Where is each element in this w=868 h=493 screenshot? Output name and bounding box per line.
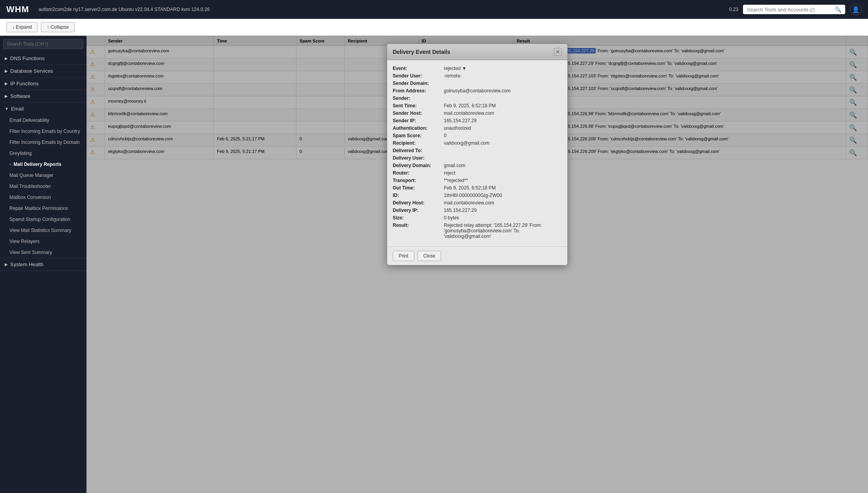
sidebar-section-email: ▼ Email Email Deliverability Filter Inco… [0, 103, 86, 258]
modal-field-value: Feb 9, 2025, 6:52:18 PM [444, 185, 562, 191]
global-search-icon[interactable]: 🔍 [835, 6, 841, 13]
modal-field-value: unauthorized [444, 125, 562, 131]
header-right: 0.23 🔍 👤 [729, 4, 862, 15]
sidebar-section-software-label: Software [10, 93, 30, 99]
modal-field-row: Authentication: unauthorized [393, 125, 562, 131]
sidebar-item-mailbox-conversion[interactable]: Mailbox Conversion [0, 192, 86, 203]
sidebar-item-view-relayers[interactable]: View Relayers [0, 236, 86, 247]
modal-field-label: From Address: [393, 88, 444, 94]
sidebar-section-db-label: Database Services [10, 68, 53, 74]
modal-print-button[interactable]: Print [393, 251, 414, 261]
modal-field-label: Sender IP: [393, 118, 444, 123]
mailbox-conversion-label: Mailbox Conversion [9, 195, 51, 200]
sidebar-item-filter-domain[interactable]: Filter Incoming Emails by Domain [0, 137, 86, 148]
filter-domain-label: Filter Incoming Emails by Domain [9, 140, 80, 145]
delivery-event-modal: Delivery Event Details ✕ Event: rejected… [387, 44, 568, 265]
modal-field-value: reject [444, 170, 562, 176]
sidebar-item-greylisting[interactable]: Greylisting [0, 148, 86, 159]
sidebar-item-mail-stats[interactable]: View Mail Statistics Summary [0, 225, 86, 236]
modal-field-label: Router: [393, 170, 444, 176]
server-info: autism2com2de ny17.server2.com.de Ubuntu… [39, 7, 729, 12]
sidebar-section-ip-label: IP Functions [10, 81, 39, 86]
modal-field-value: Rejected relay attempt: '165.154.227.29'… [444, 223, 562, 239]
modal-field-value: gmail.com [444, 163, 562, 168]
sidebar-section-db-header[interactable]: ▶ Database Services [0, 65, 86, 77]
db-arrow-icon: ▶ [5, 69, 8, 73]
sidebar-section-db: ▶ Database Services [0, 65, 86, 77]
sidebar-item-email-deliverability[interactable]: Email Deliverability [0, 115, 86, 126]
modal-field-value: 165.154.227.29 [444, 208, 562, 213]
modal-field-row: Sent Time: Feb 9, 2025, 6:52:18 PM [393, 103, 562, 109]
sidebar-section-dns-header[interactable]: ▶ DNS Functions [0, 52, 86, 64]
sidebar-item-mail-queue[interactable]: Mail Queue Manager [0, 170, 86, 181]
sidebar-search-input[interactable] [3, 39, 83, 49]
modal-field-value: 1thH6f-00000000Gtg-ZW00 [444, 193, 562, 198]
modal-field-row: Sender User: -remote- [393, 73, 562, 79]
sidebar-section-software: ▶ Software [0, 90, 86, 103]
sidebar-item-filter-country[interactable]: Filter Incoming Emails by Country [0, 126, 86, 137]
sidebar-item-repair-mailbox[interactable]: Repair Mailbox Permissions [0, 203, 86, 214]
sidebar-search-container[interactable] [0, 36, 86, 52]
greylisting-label: Greylisting [9, 151, 32, 156]
version-label: 0.23 [729, 7, 738, 12]
modal-field-row: Sender Domain: [393, 81, 562, 86]
sidebar-section-email-header[interactable]: ▼ Email [0, 103, 86, 115]
sidebar-section-system-health: ▶ System Health [0, 258, 86, 271]
modal-field-row: Out Time: Feb 9, 2025, 6:52:18 PM [393, 185, 562, 191]
modal-field-row: Delivery Host: mail.contaboreview.com [393, 200, 562, 206]
sidebar-section-dns-label: DNS Functions [10, 55, 44, 61]
header: WHM autism2com2de ny17.server2.com.de Ub… [0, 0, 868, 19]
dns-arrow-icon: ▶ [5, 56, 8, 61]
sidebar-item-spamd[interactable]: Spamd Startup Configuration [0, 214, 86, 225]
modal-field-label: Sender User: [393, 73, 444, 79]
active-bullet-icon: • [9, 162, 11, 167]
modal-field-label: ID: [393, 193, 444, 198]
modal-field-row: Delivery IP: 165.154.227.29 [393, 208, 562, 213]
modal-field-value: mail.contaboreview.com [444, 200, 562, 206]
modal-field-label: Delivery IP: [393, 208, 444, 213]
modal-close-footer-button[interactable]: Close [417, 251, 441, 261]
global-search-box[interactable]: 🔍 [743, 5, 845, 14]
modal-field-label: Result: [393, 223, 444, 228]
repair-mailbox-label: Repair Mailbox Permissions [9, 206, 68, 211]
sidebar-section-email-label: Email [11, 106, 24, 112]
sidebar-section-dns: ▶ DNS Functions [0, 52, 86, 65]
sidebar-section-ip-header[interactable]: ▶ IP Functions [0, 77, 86, 90]
modal-body: Event: rejected ▼ Sender User: -remote- … [387, 60, 567, 246]
sidebar-section-software-header[interactable]: ▶ Software [0, 90, 86, 102]
user-avatar[interactable]: 👤 [850, 4, 862, 15]
modal-field-value: rejected ▼ [444, 66, 562, 71]
main-layout: ▶ DNS Functions ▶ Database Services ▶ IP… [0, 36, 868, 493]
expand-button[interactable]: ↓ Expand [6, 22, 38, 32]
modal-field-row: Size: 0 bytes [393, 215, 562, 221]
email-arrow-icon: ▼ [5, 107, 9, 111]
system-health-arrow-icon: ▶ [5, 262, 8, 267]
sidebar-item-mail-troubleshooter[interactable]: Mail Troubleshooter [0, 181, 86, 192]
modal-header: Delivery Event Details ✕ [387, 44, 567, 60]
collapse-button[interactable]: ↑ Collapse [41, 22, 75, 32]
modal-close-button[interactable]: ✕ [554, 48, 562, 56]
modal-field-label: Sender: [393, 96, 444, 101]
modal-field-label: Authentication: [393, 125, 444, 131]
modal-field-row: Event: rejected ▼ [393, 66, 562, 71]
global-search-input[interactable] [747, 7, 835, 13]
modal-field-row: Result: Rejected relay attempt: '165.154… [393, 223, 562, 239]
logo: WHM [6, 4, 29, 15]
modal-field-row: Sender Host: mail.contaboreview.com [393, 110, 562, 116]
sidebar-item-view-sent[interactable]: View Sent Summary [0, 247, 86, 258]
sidebar-item-mail-delivery[interactable]: • Mail Delivery Reports [0, 159, 86, 170]
sidebar: ▶ DNS Functions ▶ Database Services ▶ IP… [0, 36, 86, 493]
modal-title: Delivery Event Details [393, 49, 450, 55]
modal-field-label: Sender Domain: [393, 81, 444, 86]
modal-field-label: Delivery Domain: [393, 163, 444, 168]
ip-arrow-icon: ▶ [5, 81, 8, 86]
modal-field-value: 165.154.227.29 [444, 118, 562, 123]
sidebar-section-system-health-header[interactable]: ▶ System Health [0, 258, 86, 270]
modal-field-value: Feb 9, 2025, 6:52:18 PM [444, 103, 562, 109]
modal-field-value: -remote- [444, 73, 562, 79]
view-relayers-label: View Relayers [9, 239, 39, 244]
modal-field-row: Router: reject [393, 170, 562, 176]
modal-field-row: ID: 1thH6f-00000000Gtg-ZW00 [393, 193, 562, 198]
sidebar-section-ip: ▶ IP Functions [0, 77, 86, 90]
view-sent-label: View Sent Summary [9, 250, 52, 255]
